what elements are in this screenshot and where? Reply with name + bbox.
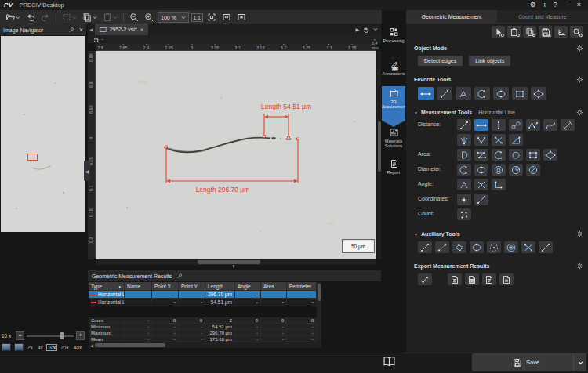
circle-line-tool[interactable] bbox=[526, 164, 540, 176]
line-horizontal-tool[interactable] bbox=[474, 119, 488, 131]
image-preview-icon[interactable] bbox=[14, 343, 24, 351]
line-diagonal-tool[interactable] bbox=[437, 87, 452, 100]
scale-bar[interactable]: 50 μm bbox=[342, 239, 375, 253]
pan-hand-icon[interactable] bbox=[93, 36, 100, 43]
column-header-perimeter[interactable]: Perimeter bbox=[287, 282, 317, 291]
open-file-button[interactable] bbox=[4, 12, 22, 23]
paste-button[interactable] bbox=[101, 12, 119, 23]
table-row[interactable]: Horizontal Line--296.70 μm--- bbox=[89, 291, 321, 299]
column-header-type[interactable]: Type▲ bbox=[89, 282, 125, 291]
navigator-roi-marker[interactable] bbox=[27, 154, 38, 161]
lasso-tool[interactable] bbox=[509, 149, 523, 161]
doc-csv-tool[interactable] bbox=[465, 273, 479, 285]
diamond-tool[interactable] bbox=[531, 87, 546, 100]
fit-width-button[interactable] bbox=[220, 12, 233, 23]
angle-tool[interactable] bbox=[456, 87, 471, 100]
close-navigator-icon[interactable]: × bbox=[79, 26, 83, 34]
help-icon[interactable]: ? bbox=[554, 0, 557, 10]
export-settings-icon[interactable] bbox=[576, 263, 583, 270]
triangle-ruler-tool[interactable] bbox=[509, 134, 523, 146]
collapse-section-icon[interactable]: ▼ bbox=[414, 232, 418, 237]
angle-tool[interactable] bbox=[457, 179, 471, 190]
ellipse-tool[interactable] bbox=[493, 87, 509, 100]
line-diagonal-tool[interactable] bbox=[474, 194, 488, 205]
circle-open-tool[interactable] bbox=[474, 87, 490, 100]
zoom-increase-button[interactable]: + bbox=[76, 331, 85, 340]
rect-rotated-tool[interactable] bbox=[452, 241, 466, 253]
zoom-decrease-button[interactable]: – bbox=[16, 331, 24, 340]
info-icon[interactable]: i bbox=[544, 0, 546, 10]
copy-button[interactable] bbox=[81, 12, 99, 23]
close-icon[interactable]: × bbox=[577, 0, 581, 10]
column-header-name[interactable]: Name bbox=[125, 282, 152, 291]
zoom-slider[interactable] bbox=[27, 335, 74, 337]
clipboard-button[interactable] bbox=[507, 26, 521, 38]
scroll-left-icon[interactable]: ◀ bbox=[89, 343, 95, 348]
actual-size-button[interactable]: 1:1 bbox=[191, 13, 203, 22]
tab-geometric-measurement[interactable]: Geometric Measurement bbox=[406, 10, 497, 24]
workflow-tab-processing[interactable]: Processing bbox=[382, 25, 405, 52]
results-horizontal-scrollbar[interactable]: ◀ bbox=[89, 342, 321, 348]
auxiliary-tools-settings-icon[interactable] bbox=[576, 230, 583, 237]
column-header-point-x[interactable]: Point X bbox=[152, 282, 179, 291]
column-header-area[interactable]: Area bbox=[261, 282, 287, 291]
object-mode-settings-icon[interactable] bbox=[576, 45, 583, 52]
target-tool[interactable] bbox=[504, 241, 518, 253]
circle-dashed-tool[interactable] bbox=[487, 241, 501, 253]
duplicate-button[interactable] bbox=[523, 26, 536, 38]
pointer-button[interactable] bbox=[492, 26, 505, 38]
objective-4x-button[interactable]: 4x bbox=[37, 345, 44, 350]
collapse-section-icon[interactable]: ▼ bbox=[414, 110, 418, 115]
image-preview-icon[interactable] bbox=[2, 343, 11, 351]
objective-40x-button[interactable]: 40x bbox=[73, 345, 82, 350]
curve-tool[interactable] bbox=[543, 119, 557, 131]
line-vertical-tool[interactable] bbox=[492, 119, 506, 131]
chevron-down-icon[interactable] bbox=[373, 27, 378, 31]
diamond-tool[interactable] bbox=[543, 149, 557, 161]
fit-height-button[interactable] bbox=[235, 12, 248, 23]
two-circles-tool[interactable] bbox=[509, 164, 523, 176]
circles-link-tool[interactable] bbox=[509, 119, 523, 131]
navigator-thumbnail[interactable] bbox=[1, 36, 85, 232]
table-row[interactable]: Horizontal Line--54.51 μm--- bbox=[89, 299, 321, 306]
line-diagonal-tool[interactable] bbox=[539, 241, 553, 253]
column-header-point-y[interactable]: Point Y bbox=[179, 282, 205, 291]
pan-hand-icon[interactable] bbox=[362, 26, 370, 34]
tab-scroll-right-icon[interactable]: ▶ bbox=[355, 27, 359, 32]
workflow-tab-annotations[interactable]: ABCAnnotations bbox=[382, 58, 405, 89]
workflow-tab-measure2d[interactable]: 2D Measurement bbox=[382, 86, 405, 127]
settings-icon[interactable]: ⚙ bbox=[530, 0, 536, 10]
doc-table-tool[interactable] bbox=[448, 273, 462, 285]
document-tab[interactable]: 2952-2.vsi* × bbox=[95, 24, 149, 35]
undo-button[interactable] bbox=[24, 12, 37, 23]
image-viewport[interactable]: Length 54.51 μm Length 296.70 μm 50 μm bbox=[96, 51, 376, 259]
column-header-length[interactable]: Length bbox=[205, 282, 235, 291]
save-button[interactable]: Save bbox=[472, 353, 586, 371]
doc-page-tool[interactable] bbox=[499, 273, 514, 285]
ellipse-tool[interactable] bbox=[470, 241, 484, 253]
select-region-button[interactable] bbox=[60, 12, 78, 23]
workflow-tab-materials[interactable]: Materials Solutions bbox=[382, 125, 405, 158]
journal-icon[interactable] bbox=[383, 356, 396, 367]
save-options-chevron[interactable] bbox=[573, 353, 586, 371]
angle-open-tool[interactable] bbox=[474, 134, 488, 146]
line-points-tool[interactable] bbox=[435, 241, 449, 253]
crescent-tool[interactable] bbox=[492, 149, 506, 161]
measure-slash-tool[interactable] bbox=[418, 273, 432, 285]
point-tool[interactable] bbox=[457, 194, 471, 205]
doc-lines-tool[interactable] bbox=[482, 273, 496, 285]
zoom-slider-thumb[interactable] bbox=[60, 332, 64, 339]
pin-icon[interactable] bbox=[176, 273, 183, 280]
scrollbar-thumb[interactable] bbox=[318, 284, 321, 301]
link-objects-button[interactable]: Link objects bbox=[469, 56, 510, 66]
workflow-tab-report[interactable]: Report bbox=[382, 157, 405, 185]
favorite-tools-settings-icon[interactable] bbox=[576, 76, 583, 83]
caliper-tool[interactable] bbox=[561, 119, 575, 131]
objective-20x-button[interactable]: 20x bbox=[60, 345, 69, 350]
column-header-angle[interactable]: Angle bbox=[235, 282, 261, 291]
rectangle-tool[interactable] bbox=[526, 149, 540, 161]
line-horizontal-tool[interactable] bbox=[418, 87, 434, 100]
line-diagonal-tool[interactable] bbox=[457, 119, 471, 131]
angle-cross-tool[interactable] bbox=[474, 179, 488, 190]
collapse-bottom-panel-handle[interactable]: ▼ bbox=[227, 264, 240, 270]
